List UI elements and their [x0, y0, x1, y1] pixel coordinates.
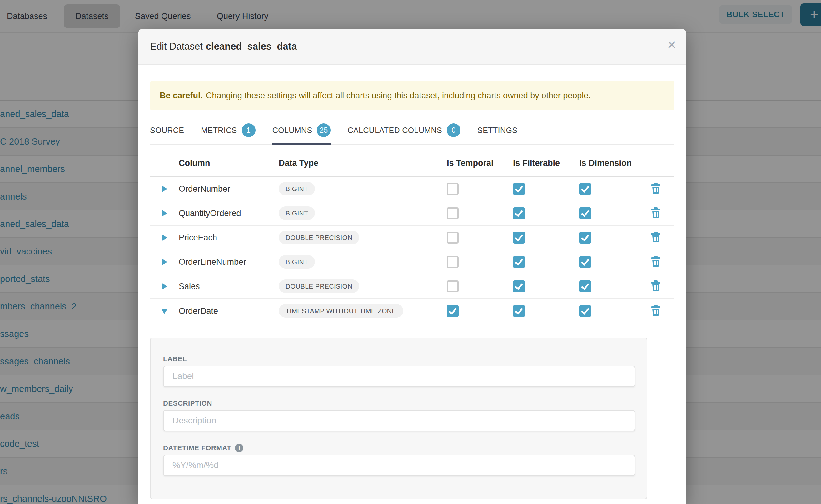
modal-body: Be careful. Changing these settings will…: [138, 81, 686, 499]
metrics-count-badge: 1: [242, 123, 255, 137]
calculated-columns-count-badge: 0: [447, 123, 461, 137]
is-dimension-checkbox[interactable]: [579, 256, 591, 268]
column-row: QuantityOrdered BIGINT: [150, 201, 675, 226]
header-is-filterable: Is Filterable: [513, 158, 579, 168]
column-editor-panel: LABEL DESCRIPTION DATETIME FORMAT i: [150, 338, 647, 499]
is-temporal-checkbox[interactable]: [447, 256, 459, 268]
datetime-format-field-label: DATETIME FORMAT i: [163, 444, 634, 452]
is-temporal-checkbox[interactable]: [447, 183, 459, 195]
is-filterable-checkbox[interactable]: [513, 232, 525, 244]
is-temporal-checkbox[interactable]: [447, 207, 459, 219]
column-row: PriceEach DOUBLE PRECISION: [150, 226, 675, 250]
label-input[interactable]: [163, 366, 636, 387]
collapse-caret-icon[interactable]: [161, 309, 168, 314]
column-name: QuantityOrdered: [179, 209, 279, 218]
data-type-pill: BIGINT: [279, 182, 315, 195]
delete-column-icon[interactable]: [651, 232, 660, 244]
expand-caret-icon[interactable]: [162, 259, 167, 265]
tab-calculated-columns[interactable]: CALCULATED COLUMNS0: [347, 123, 461, 144]
column-row: OrderDate TIMESTAMP WITHOUT TIME ZONE: [150, 299, 675, 323]
data-type-pill: DOUBLE PRECISION: [279, 231, 359, 244]
delete-column-icon[interactable]: [651, 305, 660, 317]
is-temporal-checkbox[interactable]: [447, 305, 459, 317]
column-row: OrderNumber BIGINT: [150, 177, 675, 201]
data-type-pill: DOUBLE PRECISION: [279, 279, 359, 293]
delete-column-icon[interactable]: [651, 280, 660, 292]
modal-title: Edit Datasetcleaned_sales_data: [150, 41, 297, 52]
is-dimension-checkbox[interactable]: [579, 207, 591, 219]
expand-caret-icon[interactable]: [162, 234, 167, 241]
delete-column-icon[interactable]: [651, 207, 660, 219]
data-type-pill: BIGINT: [279, 206, 315, 220]
datetime-format-input[interactable]: [163, 455, 636, 476]
header-data-type: Data Type: [279, 158, 447, 168]
column-name: OrderDate: [179, 306, 279, 316]
description-input[interactable]: [163, 410, 636, 431]
warning-banner: Be careful. Changing these settings will…: [150, 81, 675, 110]
is-filterable-checkbox[interactable]: [513, 183, 525, 195]
modal-tabs: SOURCE METRICS1 COLUMNS25 CALCULATED COL…: [150, 123, 675, 145]
is-dimension-checkbox[interactable]: [579, 280, 591, 292]
column-name: OrderNumber: [179, 184, 279, 194]
is-filterable-checkbox[interactable]: [513, 280, 525, 292]
edit-dataset-modal: Edit Datasetcleaned_sales_data ✕ Be care…: [138, 29, 686, 504]
header-column: Column: [179, 158, 279, 168]
delete-column-icon[interactable]: [651, 183, 660, 195]
description-field-label: DESCRIPTION: [163, 399, 634, 408]
is-dimension-checkbox[interactable]: [579, 305, 591, 317]
delete-column-icon[interactable]: [651, 256, 660, 268]
expand-caret-icon[interactable]: [162, 210, 167, 217]
header-is-temporal: Is Temporal: [447, 158, 513, 168]
columns-table-header: Column Data Type Is Temporal Is Filterab…: [150, 145, 675, 177]
warning-bold: Be careful.: [160, 91, 203, 101]
data-type-pill: TIMESTAMP WITHOUT TIME ZONE: [279, 304, 403, 318]
tab-metrics[interactable]: METRICS1: [201, 123, 255, 144]
header-is-dimension: Is Dimension: [579, 158, 647, 168]
expand-caret-icon[interactable]: [162, 185, 167, 192]
tab-settings[interactable]: SETTINGS: [477, 123, 517, 144]
column-row: Sales DOUBLE PRECISION: [150, 274, 675, 299]
dataset-name: cleaned_sales_data: [206, 41, 297, 52]
is-filterable-checkbox[interactable]: [513, 207, 525, 219]
column-name: Sales: [179, 282, 279, 291]
tab-source[interactable]: SOURCE: [150, 123, 184, 144]
data-type-pill: BIGINT: [279, 255, 315, 269]
tab-columns[interactable]: COLUMNS25: [272, 123, 331, 145]
is-filterable-checkbox[interactable]: [513, 305, 525, 317]
close-icon[interactable]: ✕: [667, 39, 677, 51]
is-dimension-checkbox[interactable]: [579, 183, 591, 195]
label-field-label: LABEL: [163, 355, 634, 363]
is-temporal-checkbox[interactable]: [447, 232, 459, 244]
column-name: OrderLineNumber: [179, 257, 279, 267]
column-name: PriceEach: [179, 233, 279, 243]
is-dimension-checkbox[interactable]: [579, 232, 591, 244]
info-icon[interactable]: i: [235, 444, 243, 452]
expand-caret-icon[interactable]: [162, 283, 167, 290]
warning-text: Changing these settings will affect all …: [206, 91, 591, 101]
columns-count-badge: 25: [317, 123, 330, 137]
is-temporal-checkbox[interactable]: [447, 280, 459, 292]
is-filterable-checkbox[interactable]: [513, 256, 525, 268]
modal-header: Edit Datasetcleaned_sales_data ✕: [138, 29, 686, 65]
column-row: OrderLineNumber BIGINT: [150, 250, 675, 274]
